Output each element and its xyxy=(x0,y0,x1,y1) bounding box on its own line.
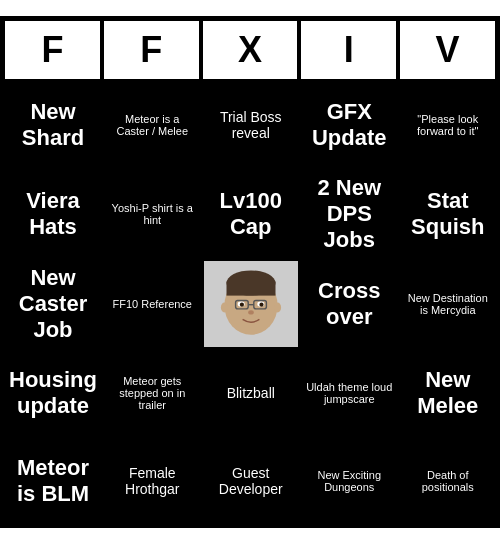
bingo-cell: GFX Update xyxy=(300,81,399,169)
header-letter: V xyxy=(398,19,497,81)
svg-point-11 xyxy=(221,303,228,313)
bingo-cell: New Exciting Dungeons xyxy=(300,437,399,525)
bingo-cell: Viera Hats xyxy=(3,169,103,259)
bingo-cell: Yoshi-P shirt is a hint xyxy=(103,169,202,259)
bingo-cell xyxy=(202,259,301,349)
bingo-cell: New Caster Job xyxy=(3,259,103,349)
bingo-cell: Meteor is a Caster / Melee xyxy=(103,81,202,169)
svg-point-12 xyxy=(274,303,281,313)
bingo-cell: Blitzball xyxy=(202,349,301,437)
header-letter: F xyxy=(102,19,201,81)
bingo-cell: Housing update xyxy=(3,349,103,437)
bingo-cell: New Shard xyxy=(3,81,103,169)
bingo-cell: 2 New DPS Jobs xyxy=(300,169,399,259)
bingo-header: FFXIV xyxy=(3,19,497,81)
bingo-card: FFXIV New ShardMeteor is a Caster / Mele… xyxy=(0,16,500,528)
bingo-cell: Uldah theme loud jumpscare xyxy=(300,349,399,437)
header-letter: X xyxy=(201,19,300,81)
bingo-cell: Lv100 Cap xyxy=(202,169,301,259)
bingo-cell: Meteor gets stepped on in trailer xyxy=(103,349,202,437)
bingo-cell: Female Hrothgar xyxy=(103,437,202,525)
bingo-cell: New Melee xyxy=(399,349,498,437)
svg-point-7 xyxy=(248,310,254,314)
bingo-grid: New ShardMeteor is a Caster / MeleeTrial… xyxy=(3,81,497,525)
svg-rect-2 xyxy=(226,282,275,296)
bingo-cell: Meteor is BLM xyxy=(3,437,103,525)
bingo-cell: Cross over xyxy=(300,259,399,349)
header-letter: F xyxy=(3,19,102,81)
bingo-cell: FF10 Reference xyxy=(103,259,202,349)
bingo-cell: "Please look forward to it" xyxy=(399,81,498,169)
bingo-cell: Stat Squish xyxy=(399,169,498,259)
svg-point-5 xyxy=(240,303,244,307)
bingo-cell: New Destination is Mercydia xyxy=(399,259,498,349)
bingo-cell: Death of positionals xyxy=(399,437,498,525)
bingo-cell: Trial Boss reveal xyxy=(202,81,301,169)
bingo-cell: Guest Developer xyxy=(202,437,301,525)
header-letter: I xyxy=(299,19,398,81)
svg-point-6 xyxy=(259,303,263,307)
